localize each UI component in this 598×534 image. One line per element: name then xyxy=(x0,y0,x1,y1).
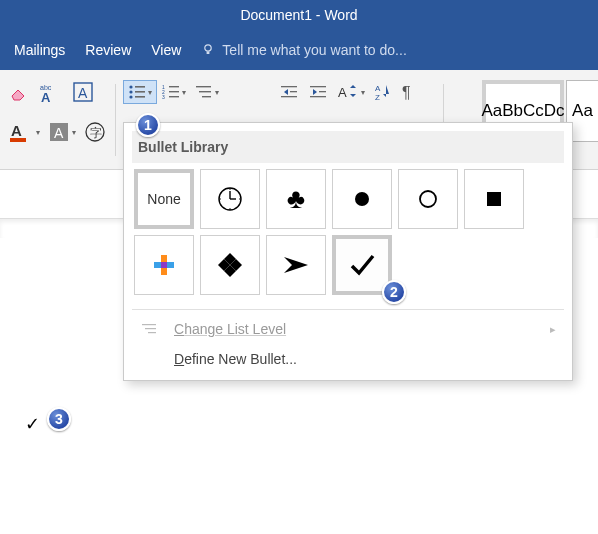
bullet-club[interactable]: ♣ xyxy=(266,169,326,229)
svg-rect-27 xyxy=(202,96,211,97)
ribbon-tabs: Mailings Review View Tell me what you wa… xyxy=(0,30,598,70)
numbering-button[interactable]: 1 2 3 ▾ xyxy=(158,82,190,102)
svg-marker-38 xyxy=(350,94,356,97)
svg-text:Z: Z xyxy=(375,93,380,101)
svg-marker-60 xyxy=(284,257,308,273)
annotation-badge-1: 1 xyxy=(136,113,160,137)
dropdown-arrow-icon: ▾ xyxy=(215,88,219,97)
svg-point-51 xyxy=(420,191,436,207)
dropdown-arrow-icon: ▾ xyxy=(148,88,152,97)
bullet-disc[interactable] xyxy=(332,169,392,229)
svg-rect-16 xyxy=(135,91,145,93)
svg-text:A: A xyxy=(78,85,88,101)
tab-mailings[interactable]: Mailings xyxy=(14,42,65,58)
paragraph-list-buttons: ▾ 1 2 3 ▾ ▾ xyxy=(123,78,223,106)
bullet-library-header: Bullet Library xyxy=(132,131,564,163)
show-hide-icon[interactable]: ¶ xyxy=(397,81,421,103)
svg-point-15 xyxy=(129,90,132,93)
tab-view[interactable]: View xyxy=(151,42,181,58)
increase-indent-icon[interactable] xyxy=(304,82,332,102)
svg-text:¶: ¶ xyxy=(402,84,411,101)
svg-rect-55 xyxy=(161,262,167,268)
svg-text:3: 3 xyxy=(162,94,165,100)
svg-rect-14 xyxy=(135,86,145,88)
svg-marker-2 xyxy=(12,90,24,100)
svg-rect-31 xyxy=(281,96,297,97)
document-title: Document1 - Word xyxy=(240,7,357,23)
submenu-arrow-icon: ▸ xyxy=(550,323,556,336)
bullet-circle[interactable] xyxy=(398,169,458,229)
asian-layout-icon[interactable]: A ▾ xyxy=(333,81,369,103)
dropdown-arrow-icon: ▾ xyxy=(36,128,40,137)
svg-text:A: A xyxy=(11,122,22,139)
annotation-badge-2: 2 xyxy=(382,280,406,304)
svg-rect-30 xyxy=(290,91,297,92)
svg-rect-22 xyxy=(169,91,179,92)
svg-point-17 xyxy=(129,95,132,98)
font-group-bottom: A ▾ A ▾ 字 xyxy=(4,118,110,146)
svg-text:A: A xyxy=(41,90,51,104)
change-list-level: Change List Level ▸ xyxy=(132,314,564,344)
bullet-arrowhead[interactable] xyxy=(266,235,326,295)
font-group-top: abcA A xyxy=(4,78,98,106)
svg-rect-35 xyxy=(310,96,326,97)
bullet-none[interactable]: None xyxy=(134,169,194,229)
multilevel-list-button[interactable]: ▾ xyxy=(191,82,223,102)
svg-rect-63 xyxy=(148,332,156,333)
svg-point-50 xyxy=(355,192,369,206)
tab-review[interactable]: Review xyxy=(85,42,131,58)
eraser-icon[interactable] xyxy=(4,80,32,104)
highlight-icon[interactable]: A ▾ xyxy=(44,119,80,145)
svg-rect-24 xyxy=(169,96,179,97)
titlebar: Document1 - Word xyxy=(0,0,598,30)
bullet-square[interactable] xyxy=(464,169,524,229)
phonetic-guide-icon[interactable]: abcA xyxy=(34,78,66,106)
indent-icon xyxy=(140,323,160,335)
define-new-bullet[interactable]: Define New Bullet... xyxy=(132,344,564,374)
svg-text:A: A xyxy=(375,84,381,93)
svg-point-0 xyxy=(205,45,211,51)
bullets-dropdown: Bullet Library None ♣ xyxy=(123,122,573,381)
annotation-badge-3: 3 xyxy=(47,407,71,431)
change-list-level-label: Change List Level xyxy=(174,321,286,337)
style-preview-text: Aa xyxy=(572,101,593,121)
svg-marker-28 xyxy=(284,89,288,95)
svg-text:A: A xyxy=(338,85,347,100)
font-color-icon[interactable]: A ▾ xyxy=(4,118,44,146)
sort-icon[interactable]: AZ xyxy=(370,81,396,103)
enclose-char-icon[interactable]: 字 xyxy=(80,119,110,145)
define-new-bullet-label: Define New Bullet... xyxy=(174,351,297,367)
svg-rect-25 xyxy=(196,86,211,87)
svg-rect-29 xyxy=(281,86,297,87)
svg-point-49 xyxy=(219,198,221,200)
svg-text:字: 字 xyxy=(90,126,102,140)
svg-marker-41 xyxy=(383,85,389,97)
svg-rect-20 xyxy=(169,86,179,87)
svg-rect-61 xyxy=(142,324,156,325)
tell-me-text: Tell me what you want to do... xyxy=(222,42,406,58)
style-preview-text: AaBbCcDc xyxy=(481,101,564,121)
bullet-grid: None ♣ xyxy=(132,169,564,305)
lightbulb-icon xyxy=(201,43,215,57)
tell-me-search[interactable]: Tell me what you want to do... xyxy=(201,42,406,58)
bullets-button[interactable]: ▾ xyxy=(123,80,157,104)
svg-point-46 xyxy=(229,188,231,190)
svg-rect-8 xyxy=(10,138,26,142)
bullet-four-diamonds[interactable] xyxy=(200,235,260,295)
document-bullet-checkmark: ✓ xyxy=(25,413,40,435)
paragraph-indent-buttons: A ▾ AZ ¶ xyxy=(275,78,421,106)
svg-rect-52 xyxy=(487,192,501,206)
svg-rect-18 xyxy=(135,96,145,98)
svg-rect-1 xyxy=(207,52,210,55)
dropdown-arrow-icon: ▾ xyxy=(72,128,76,137)
svg-rect-62 xyxy=(145,328,156,329)
bullet-color-cross[interactable] xyxy=(134,235,194,295)
decrease-indent-icon[interactable] xyxy=(275,82,303,102)
svg-rect-26 xyxy=(199,91,211,92)
char-border-icon[interactable]: A xyxy=(68,79,98,105)
svg-point-48 xyxy=(229,208,231,210)
bullet-clock[interactable] xyxy=(200,169,260,229)
dropdown-arrow-icon: ▾ xyxy=(361,88,365,97)
svg-point-13 xyxy=(129,85,132,88)
svg-marker-37 xyxy=(350,85,356,88)
